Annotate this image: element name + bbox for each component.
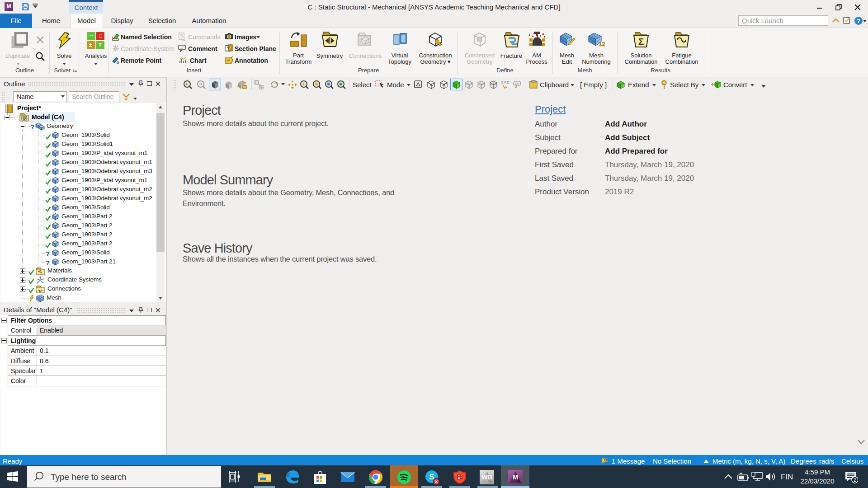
svg-text:2: 2 — [854, 478, 856, 483]
svg-text:Σ: Σ — [638, 36, 644, 47]
svg-text:12: 12 — [599, 41, 605, 47]
svg-text:X Y Z: X Y Z — [501, 81, 509, 84]
svg-text:?: ? — [857, 18, 860, 24]
svg-text:100: 100 — [514, 82, 519, 85]
svg-text:i: i — [605, 459, 606, 462]
